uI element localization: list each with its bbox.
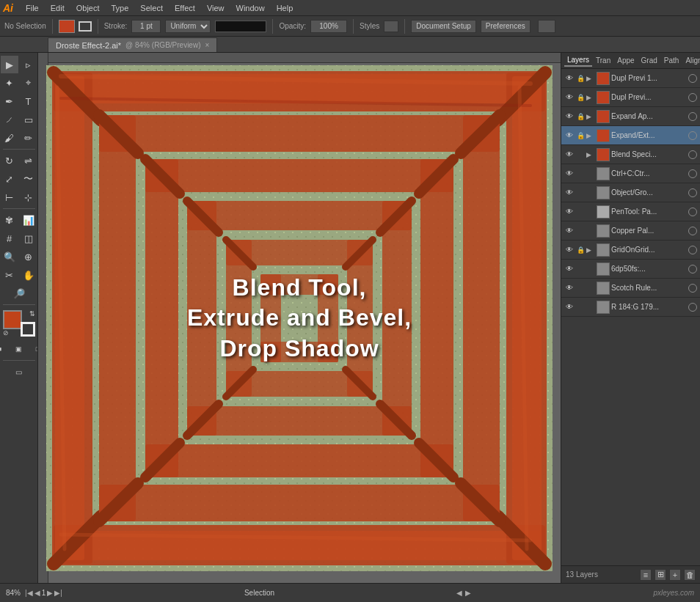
layer-target-9[interactable]	[688, 246, 697, 254]
selection-tool[interactable]: ▶	[1, 56, 18, 73]
hand-tool[interactable]: ✋	[20, 266, 37, 284]
layer-eye-2[interactable]: 👁	[564, 111, 575, 122]
layer-row-12[interactable]: 👁 R 184:G 179...	[561, 298, 700, 317]
layer-target-8[interactable]	[688, 227, 697, 235]
layer-expand-9[interactable]: ▶	[586, 246, 595, 254]
layer-lock-1[interactable]: 🔒	[576, 93, 585, 102]
layer-row-6[interactable]: 👁 Object/Gro...	[561, 183, 700, 202]
active-tab[interactable]: Droste Effect-2.ai* @ 84% (RGB/Preview) …	[48, 37, 217, 52]
layer-target-10[interactable]	[688, 265, 697, 274]
layer-eye-8[interactable]: 👁	[564, 226, 575, 236]
rotate-tool[interactable]: ↻	[1, 152, 18, 169]
gradient-mode-btn[interactable]: ▣	[10, 340, 28, 358]
last-page-btn[interactable]: ▶|	[54, 589, 62, 597]
layer-row-9[interactable]: 👁 🔒 ▶ GridOnGrid...	[561, 241, 700, 260]
color-mode-btn[interactable]: ■	[0, 340, 9, 358]
layer-target-3[interactable]	[688, 131, 697, 140]
tab-close-button[interactable]: ×	[205, 41, 209, 49]
layer-row-2[interactable]: 👁 🔒 ▶ Expand Ap...	[561, 107, 700, 126]
layer-eye-7[interactable]: 👁	[564, 207, 575, 217]
new-layer-btn[interactable]: +	[669, 569, 681, 581]
delete-layer-btn[interactable]: 🗑	[684, 569, 696, 581]
layer-eye-4[interactable]: 👁	[564, 150, 575, 160]
layer-expand-1[interactable]: ▶	[586, 94, 595, 101]
warp-tool[interactable]: 〜	[20, 170, 37, 188]
menu-effect[interactable]: Effect	[169, 2, 200, 14]
layer-lock-3[interactable]: 🔒	[576, 131, 585, 140]
next-page-btn[interactable]: ▶	[47, 589, 53, 597]
panel-tab-layers[interactable]: Layers	[564, 54, 592, 67]
menu-help[interactable]: Help	[271, 2, 299, 14]
layer-target-1[interactable]	[688, 93, 697, 102]
layer-target-5[interactable]	[688, 169, 697, 178]
symbol-tool[interactable]: ✾	[1, 211, 18, 229]
opacity-input[interactable]	[310, 20, 347, 33]
layer-row-1[interactable]: 👁 🔒 ▶ Dupl Previ...	[561, 88, 700, 107]
prev-page-btn[interactable]: ◀	[34, 589, 40, 597]
status-nav-left[interactable]: ◀	[456, 589, 462, 597]
styles-swatch[interactable]	[384, 21, 398, 32]
magic-wand-tool[interactable]: ✦	[1, 74, 18, 92]
layer-row-8[interactable]: 👁 Copper Pal...	[561, 221, 700, 241]
blend-tool[interactable]: ⊕	[20, 248, 37, 265]
layer-row-4[interactable]: 👁 ▶ Blend Speci...	[561, 145, 700, 164]
panel-tab-align[interactable]: Align	[682, 55, 700, 66]
graph-tool[interactable]: 📊	[20, 211, 37, 229]
menu-select[interactable]: Select	[135, 2, 168, 14]
layer-row-3[interactable]: 👁 🔒 ▶ Expand/Ext...	[561, 126, 700, 145]
free-transform-tool[interactable]: ⊹	[20, 188, 37, 206]
layer-row-5[interactable]: 👁 Ctrl+C:Ctr...	[561, 164, 700, 183]
panel-tab-tran[interactable]: Tran	[593, 55, 613, 66]
lasso-tool[interactable]: ⌖	[20, 74, 37, 92]
layer-target-0[interactable]	[688, 74, 697, 83]
layer-target-4[interactable]	[688, 150, 697, 159]
layer-eye-5[interactable]: 👁	[564, 169, 575, 179]
panel-tab-grad[interactable]: Grad	[638, 55, 660, 66]
layer-lock-9[interactable]: 🔒	[576, 246, 585, 254]
layer-expand-4[interactable]: ▶	[586, 151, 595, 158]
layer-lock-2[interactable]: 🔒	[576, 112, 585, 121]
menu-window[interactable]: Window	[231, 2, 270, 14]
panel-tab-appe[interactable]: Appe	[614, 55, 637, 66]
extra-options[interactable]	[538, 20, 555, 33]
layer-target-11[interactable]	[688, 284, 697, 293]
layer-expand-0[interactable]: ▶	[586, 75, 595, 82]
menu-object[interactable]: Object	[71, 2, 105, 14]
stroke-color-swatch[interactable]	[79, 21, 92, 32]
fill-swatch[interactable]	[3, 310, 22, 329]
layer-eye-10[interactable]: 👁	[564, 264, 575, 274]
layer-eye-11[interactable]: 👁	[564, 283, 575, 293]
menu-view[interactable]: View	[202, 2, 230, 14]
swap-colors-icon[interactable]: ⇅	[29, 310, 35, 317]
layers-menu-btn[interactable]: ≡	[640, 569, 652, 581]
layer-eye-1[interactable]: 👁	[564, 92, 575, 103]
scissors-tool[interactable]: ✂	[1, 266, 18, 284]
panel-tab-path[interactable]: Path	[661, 55, 682, 66]
reflect-tool[interactable]: ⇌	[20, 152, 37, 169]
width-tool[interactable]: ⊢	[1, 188, 18, 206]
stroke-weight-input[interactable]	[131, 20, 161, 33]
pencil-tool[interactable]: ✏	[20, 129, 37, 147]
layer-eye-9[interactable]: 👁	[564, 245, 575, 255]
paintbrush-tool[interactable]: 🖌	[1, 129, 18, 147]
layer-row-10[interactable]: 👁 6dp50fs:...	[561, 260, 700, 279]
menu-type[interactable]: Type	[106, 2, 134, 14]
layer-target-6[interactable]	[688, 188, 697, 197]
screen-mode-btn[interactable]: ▭	[3, 363, 35, 381]
stroke-swatch[interactable]	[21, 322, 35, 337]
layer-target-7[interactable]	[688, 208, 697, 216]
layer-eye-3[interactable]: 👁	[564, 131, 575, 141]
status-nav-right[interactable]: ▶	[465, 589, 471, 597]
stroke-type-dropdown[interactable]: Uniform	[165, 20, 211, 33]
direct-select-tool[interactable]: ▹	[20, 56, 37, 73]
layer-row-7[interactable]: 👁 PenTool: Pa...	[561, 202, 700, 221]
none-color-icon[interactable]: ⊘	[3, 329, 9, 337]
gradient-tool[interactable]: ◫	[20, 230, 37, 247]
text-tool[interactable]: T	[20, 92, 37, 110]
first-page-btn[interactable]: |◀	[25, 589, 33, 597]
menu-file[interactable]: File	[21, 2, 44, 14]
make-sublayer-btn[interactable]: ⊞	[655, 569, 666, 581]
line-tool[interactable]: ⟋	[1, 111, 18, 128]
preferences-button[interactable]: Preferences	[481, 20, 531, 33]
mesh-tool[interactable]: #	[1, 230, 18, 247]
